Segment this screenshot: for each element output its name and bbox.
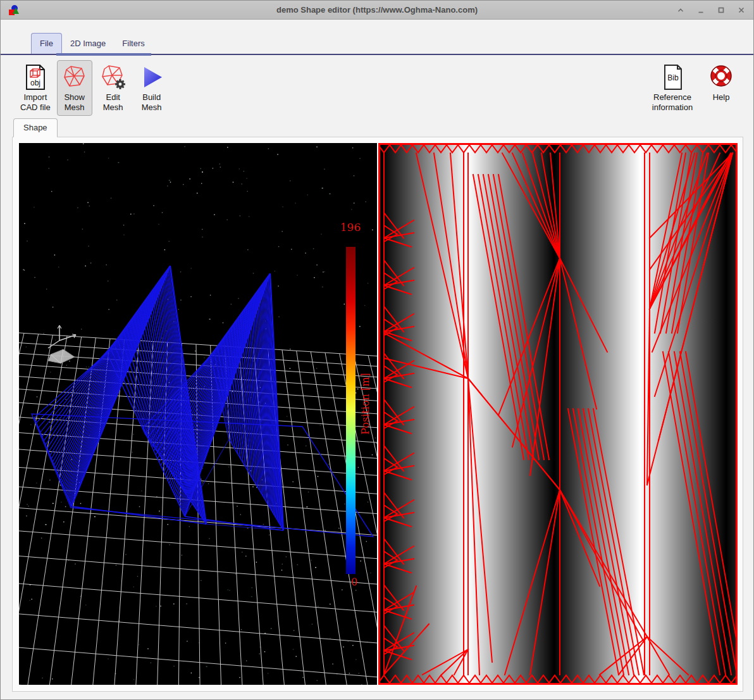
- close-icon[interactable]: [737, 6, 746, 15]
- blue-wireframe-mesh: [32, 266, 373, 537]
- maximize-icon[interactable]: [717, 6, 726, 15]
- minimize-icon[interactable]: [696, 6, 705, 15]
- tab-file[interactable]: File: [31, 33, 62, 54]
- toolbar: obj Import CAD file Show Mesh: [1, 56, 753, 117]
- build-mesh-button[interactable]: Build Mesh: [134, 60, 170, 116]
- shape-tab-page: 196 0 Position [m]: [12, 137, 743, 692]
- show-mesh-button[interactable]: Show Mesh: [57, 60, 92, 116]
- colorbar-axis-label: Position [m]: [359, 373, 371, 434]
- lifebuoy-icon: [707, 63, 735, 91]
- tab-filters[interactable]: Filters: [114, 34, 152, 54]
- titlebar[interactable]: demo Shape editor (https://www.Oghma-Nan…: [1, 1, 753, 20]
- play-icon: [138, 63, 166, 91]
- 3d-viewer-panel[interactable]: 196 0 Position [m]: [19, 143, 377, 685]
- bib-document-icon: Bib: [658, 63, 686, 91]
- colorbar: [346, 247, 355, 574]
- starfield: [23, 144, 377, 685]
- tab-shape[interactable]: Shape: [13, 118, 58, 137]
- app-window: demo Shape editor (https://www.Oghma-Nan…: [0, 0, 754, 700]
- button-label-line: Mesh: [142, 103, 162, 113]
- tab-2d-image[interactable]: 2D Image: [62, 34, 114, 54]
- tab-accent-bar: [56, 53, 151, 56]
- window-controls: [676, 6, 746, 15]
- svg-text:Bib: Bib: [667, 73, 679, 82]
- mesh-icon: [61, 63, 89, 91]
- 2d-image-panel[interactable]: [378, 143, 738, 685]
- svg-text:obj: obj: [30, 78, 40, 87]
- window-title: demo Shape editor (https://www.Oghma-Nan…: [1, 5, 753, 15]
- colorbar-max-label: 196: [340, 221, 361, 234]
- edit-mesh-button[interactable]: Edit Mesh: [96, 60, 131, 116]
- button-label-line: Mesh: [65, 103, 85, 113]
- obj-document-icon: obj: [22, 63, 49, 91]
- shade-icon[interactable]: [676, 6, 685, 15]
- button-label-line: Mesh: [103, 103, 123, 113]
- reference-information-button[interactable]: Bib Reference information: [645, 60, 700, 116]
- button-label-line: Show: [64, 92, 85, 103]
- button-label-line: CAD file: [20, 103, 51, 113]
- document-tab-bar: Shape: [13, 118, 58, 137]
- button-label-line: information: [652, 103, 693, 113]
- mesh-gear-icon: [99, 63, 127, 91]
- button-label-line: Help: [713, 92, 730, 103]
- import-cad-file-button[interactable]: obj Import CAD file: [17, 60, 54, 116]
- button-label-line: Import: [23, 92, 47, 103]
- button-label-line: Build: [142, 92, 161, 103]
- axes-gizmo-icon: [48, 325, 76, 363]
- button-label-line: Reference: [653, 92, 691, 103]
- help-button[interactable]: Help: [703, 60, 739, 106]
- colorbar-min-label: 0: [351, 576, 357, 588]
- main-tab-bar: File 2D Image Filters: [1, 31, 753, 55]
- button-label-line: Edit: [106, 92, 120, 103]
